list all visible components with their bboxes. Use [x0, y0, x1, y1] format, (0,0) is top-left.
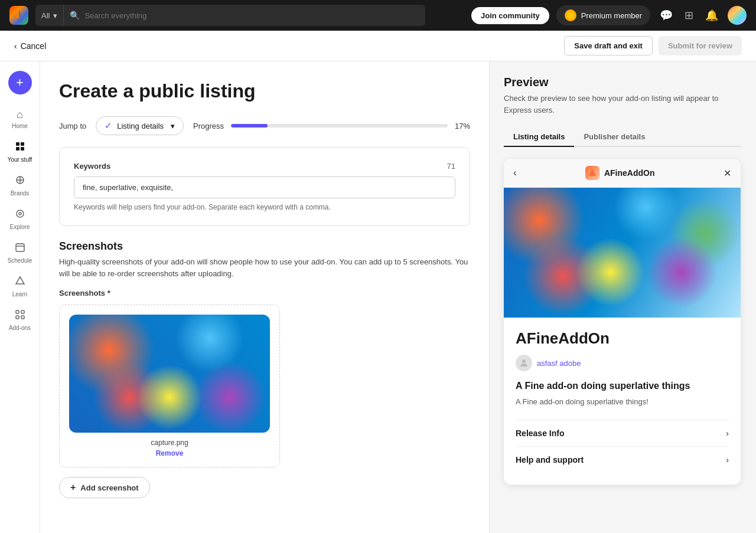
premium-label: Premium member [581, 11, 642, 20]
sidebar-item-schedule[interactable]: Schedule [3, 237, 37, 269]
preview-author: asfasf adobe [516, 355, 729, 371]
sidebar-item-addons[interactable]: Add-ons [3, 305, 37, 336]
add-screenshot-label: Add screenshot [80, 483, 138, 492]
keywords-hint: Keywords will help users find your add-o… [74, 203, 455, 211]
release-info-accordion[interactable]: Release Info › [516, 420, 729, 446]
author-avatar [516, 355, 532, 371]
svg-marker-2 [19, 10, 23, 19]
notifications-icon[interactable]: 🔔 [703, 6, 721, 24]
schedule-icon [15, 242, 25, 256]
svg-rect-10 [16, 244, 24, 251]
premium-icon [565, 9, 576, 21]
keywords-label: Keywords [74, 162, 110, 171]
premium-member-button[interactable]: Premium member [556, 5, 650, 25]
sidebar-item-brands[interactable]: Brands [3, 170, 37, 201]
main-content: Create a public listing Jump to ✓ Listin… [40, 61, 756, 533]
progress-section: Progress 17% [193, 122, 470, 130]
sidebar-label-your-stuff: Your stuff [8, 156, 32, 163]
release-info-label: Release Info [516, 429, 564, 438]
add-screenshot-button[interactable]: + Add screenshot [59, 477, 150, 498]
jump-to-dropdown[interactable]: ✓ Listing details ▾ [96, 116, 184, 135]
cancel-button[interactable]: ‹ Cancel [14, 41, 46, 51]
preview-addon-title: AFineAddOn [516, 329, 729, 348]
plus-icon: + [70, 482, 76, 493]
search-icon: 🔍 [70, 11, 80, 20]
sidebar-item-explore[interactable]: Explore [3, 204, 37, 235]
save-draft-button[interactable]: Save draft and exit [564, 36, 653, 55]
jump-to-label: Jump to [59, 122, 86, 130]
sidebar-label-brands: Brands [11, 190, 30, 197]
addon-icon [585, 166, 599, 180]
submit-review-button[interactable]: Submit for review [659, 36, 742, 55]
screenshot-remove-button[interactable]: Remove [69, 449, 270, 457]
svg-point-17 [522, 359, 526, 363]
preview-card-hero [504, 188, 741, 318]
tab-listing-details[interactable]: Listing details [504, 127, 574, 147]
tab-publisher-details[interactable]: Publisher details [574, 127, 654, 147]
svg-rect-15 [21, 316, 24, 319]
preview-card-header: ‹ AFineAddOn ✕ [504, 159, 741, 188]
home-icon: ⌂ [17, 109, 23, 121]
preview-title: Preview [504, 76, 741, 89]
author-name: asfasf adobe [537, 359, 581, 368]
chevron-down-icon: ▾ [53, 11, 57, 20]
dropdown-label: Listing details [117, 122, 164, 130]
preview-addon-name: AFineAddOn [585, 166, 655, 180]
svg-rect-13 [21, 310, 24, 313]
svg-rect-3 [16, 142, 19, 146]
cancel-label: Cancel [21, 41, 47, 51]
sidebar-item-your-stuff[interactable]: Your stuff [3, 136, 37, 168]
sidebar-item-home[interactable]: ⌂ Home [3, 104, 37, 134]
action-buttons: Save draft and exit Submit for review [564, 36, 742, 55]
svg-point-8 [17, 210, 24, 217]
sidebar-label-addons: Add-ons [9, 325, 31, 331]
sidebar-item-learn[interactable]: Learn [3, 271, 37, 302]
page-title: Create a public listing [59, 80, 470, 102]
sidebar-label-schedule: Schedule [8, 257, 32, 264]
keywords-input[interactable] [74, 176, 455, 198]
screenshots-description: High-quality screenshots of your add-on … [59, 256, 470, 279]
join-community-button[interactable]: Join community [471, 7, 549, 24]
preview-tagline: A Fine add-on doing superlative things [516, 381, 729, 391]
svg-rect-6 [21, 147, 24, 151]
addon-name-label: AFineAddOn [604, 168, 655, 178]
dropdown-chevron-icon: ▾ [171, 122, 175, 130]
search-input[interactable] [84, 11, 419, 20]
category-label: All [41, 11, 50, 20]
sidebar-label-learn: Learn [12, 291, 28, 297]
progress-bar [231, 124, 448, 127]
create-button[interactable]: + [8, 71, 32, 94]
explore-icon [15, 208, 25, 222]
svg-rect-5 [16, 147, 19, 151]
progress-bar-fill [231, 124, 268, 127]
help-support-chevron-icon: › [726, 455, 729, 465]
svg-marker-1 [15, 10, 19, 19]
preview-description: A Fine add-on doing superlative things! [516, 396, 729, 408]
screenshots-section: Screenshots High-quality screenshots of … [59, 240, 470, 498]
svg-marker-16 [589, 169, 596, 176]
messages-icon[interactable]: 💬 [657, 6, 675, 24]
svg-marker-11 [16, 277, 24, 284]
sidebar-label-explore: Explore [10, 224, 30, 230]
preview-hero-art [504, 188, 741, 318]
secondary-toolbar: ‹ Cancel Save draft and exit Submit for … [0, 31, 756, 61]
screenshot-card: capture.png Remove [59, 305, 280, 467]
preview-back-icon[interactable]: ‹ [513, 168, 516, 178]
back-icon: ‹ [14, 41, 17, 51]
app-logo[interactable] [9, 6, 28, 25]
avatar[interactable] [728, 6, 747, 25]
grid-icon[interactable]: ⊞ [682, 6, 696, 24]
progress-row: Jump to ✓ Listing details ▾ Progress 17% [59, 116, 470, 135]
release-info-chevron-icon: › [726, 429, 729, 438]
help-support-accordion[interactable]: Help and support › [516, 446, 729, 473]
help-support-label: Help and support [516, 455, 584, 465]
screenshot-thumbnail [69, 315, 270, 433]
form-area: Create a public listing Jump to ✓ Listin… [40, 61, 489, 533]
preview-subtitle: Check the preview to see how your add-on… [504, 93, 741, 116]
preview-close-icon[interactable]: ✕ [724, 168, 731, 179]
search-category-dropdown[interactable]: All ▾ [35, 5, 64, 26]
svg-rect-14 [16, 316, 19, 319]
screenshot-filename: capture.png [69, 439, 270, 447]
nav-right: Join community Premium member 💬 ⊞ 🔔 [471, 5, 747, 25]
progress-percent: 17% [455, 122, 470, 130]
